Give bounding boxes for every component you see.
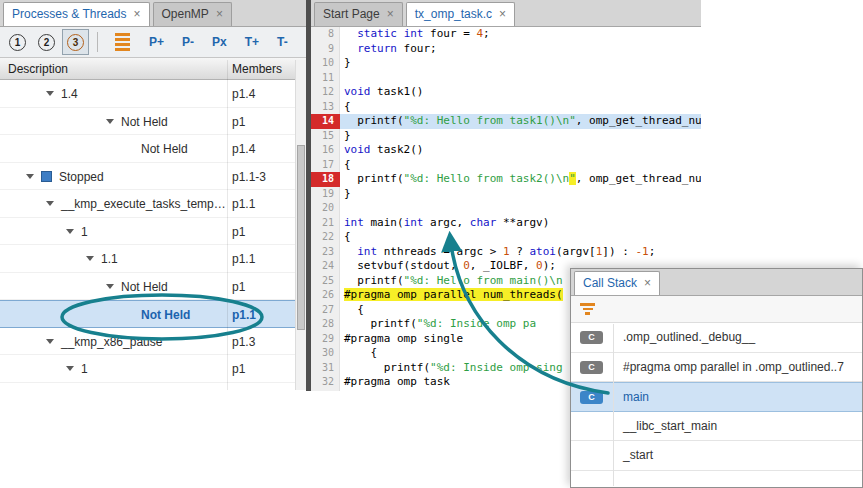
line-number[interactable]: 19 [311, 187, 340, 202]
tab-call-stack[interactable]: Call Stack × [574, 271, 660, 295]
line-number[interactable]: 26 [311, 288, 340, 303]
code-text[interactable]: { [340, 100, 701, 115]
call-stack-panel: Call Stack × C.omp_outlined._debug__C#pr… [570, 268, 863, 488]
call-stack-frame[interactable]: Cmain [571, 382, 862, 412]
column-description[interactable]: Description [8, 62, 68, 76]
process-row[interactable]: Not Heldp1.4 [0, 135, 306, 163]
process-row[interactable]: 1p1 [0, 355, 306, 383]
focus-group-2-button[interactable]: 2 [33, 29, 60, 55]
focus-group-1-button[interactable]: 1 [4, 29, 31, 55]
line-number[interactable]: 25 [311, 274, 340, 289]
process-row[interactable]: Not Heldp1.1 [0, 300, 306, 328]
process-row[interactable]: Not Heldp1 [0, 273, 306, 301]
filter-icon[interactable] [580, 303, 595, 315]
process-x-button[interactable]: Px [204, 31, 235, 53]
process-row[interactable]: Not Heldp1 [0, 108, 306, 136]
code-line-20: 20 [311, 201, 701, 216]
group-by-icon[interactable] [115, 33, 130, 51]
line-number[interactable]: 31 [311, 361, 340, 376]
frame-label: __libc_start_main [623, 419, 717, 433]
process-row[interactable]: 1p1 [0, 218, 306, 246]
close-icon[interactable]: × [216, 9, 223, 19]
focus-group-3-button[interactable]: 3 [62, 29, 89, 55]
code-text[interactable]: printf("%d: Hello from task2()\n", omp_g… [340, 172, 701, 187]
expand-arrow-icon[interactable] [46, 339, 54, 344]
code-text[interactable]: } [340, 56, 701, 71]
line-number[interactable]: 33 [311, 390, 340, 392]
tab-source-file[interactable]: tx_omp_task.c × [406, 2, 515, 26]
line-number[interactable]: 24 [311, 259, 340, 274]
line-number[interactable]: 12 [311, 85, 340, 100]
expand-arrow-icon[interactable] [106, 284, 114, 289]
process-description: __kmp_x86_pause [61, 335, 162, 349]
expand-arrow-icon[interactable] [66, 366, 74, 371]
line-number[interactable]: 21 [311, 216, 340, 231]
line-number[interactable]: 17 [311, 158, 340, 173]
process-row[interactable]: 1.4p1.4 [0, 80, 306, 108]
tab-openmp[interactable]: OpenMP × [153, 2, 232, 26]
process-description: 1.4 [61, 87, 78, 101]
close-icon[interactable]: × [499, 9, 506, 19]
process-row[interactable]: Stoppedp1.1-3 [0, 163, 306, 191]
code-text[interactable]: int main(int argc, char **argv) [340, 216, 701, 231]
expand-arrow-icon[interactable] [46, 91, 54, 96]
line-number[interactable]: 22 [311, 230, 340, 245]
code-text[interactable] [340, 201, 701, 216]
line-number[interactable]: 27 [311, 303, 340, 318]
expand-arrow-icon[interactable] [66, 229, 74, 234]
code-line-10: 10} [311, 56, 701, 71]
close-icon[interactable]: × [387, 9, 394, 19]
code-text[interactable]: return four; [340, 42, 701, 57]
code-text[interactable]: { [340, 158, 701, 173]
process-plus-button[interactable]: P+ [141, 31, 172, 53]
process-row[interactable]: __kmp_x86_pausep1.3 [0, 328, 306, 356]
code-text[interactable]: void task1() [340, 85, 701, 100]
process-row[interactable]: 1.1p1.1 [0, 245, 306, 273]
close-icon[interactable]: × [644, 278, 651, 288]
line-number[interactable]: 30 [311, 346, 340, 361]
line-number[interactable]: 13 [311, 100, 340, 115]
thread-minus-button[interactable]: T- [269, 31, 296, 53]
expand-arrow-icon[interactable] [26, 174, 34, 179]
process-row[interactable]: __kmp_execute_tasks_temp…p1.1 [0, 190, 306, 218]
tab-processes-threads[interactable]: Processes & Threads × [3, 2, 150, 26]
column-members[interactable]: Members [232, 62, 282, 76]
process-description: Not Held [121, 115, 168, 129]
line-number[interactable]: 10 [311, 56, 340, 71]
code-text[interactable]: { [340, 230, 701, 245]
call-stack-frame[interactable]: C#pragma omp parallel in .omp_outlined..… [571, 353, 862, 383]
expand-arrow-icon[interactable] [86, 256, 94, 261]
call-stack-frame[interactable]: __libc_start_main [571, 412, 862, 442]
line-number[interactable]: 20 [311, 201, 340, 216]
line-number[interactable]: 32 [311, 375, 340, 390]
breakpoint-line-number[interactable]: 14 [311, 114, 340, 129]
line-number[interactable]: 28 [311, 317, 340, 332]
code-text[interactable]: } [340, 187, 701, 202]
code-text[interactable]: printf("%d: Hello from task1()\n", omp_g… [340, 114, 701, 129]
tab-start-page[interactable]: Start Page × [314, 2, 403, 26]
code-text[interactable]: int nthreads = argc > 1 ? atoi(argv[1]) … [340, 245, 701, 260]
close-icon[interactable]: × [134, 9, 141, 19]
expand-arrow-icon[interactable] [106, 119, 114, 124]
line-number[interactable]: 8 [311, 27, 340, 42]
process-minus-button[interactable]: P- [174, 31, 202, 53]
line-number[interactable]: 9 [311, 42, 340, 57]
left-scrollbar[interactable] [295, 60, 306, 390]
line-number[interactable]: 16 [311, 143, 340, 158]
scrollbar-thumb[interactable] [297, 145, 305, 330]
left-tabbar: Processes & Threads × OpenMP × [0, 0, 306, 27]
line-number[interactable]: 11 [311, 71, 340, 86]
line-number[interactable]: 15 [311, 129, 340, 144]
thread-plus-button[interactable]: T+ [237, 31, 267, 53]
line-number[interactable]: 29 [311, 332, 340, 347]
line-number[interactable]: 23 [311, 245, 340, 260]
call-stack-frame[interactable]: C.omp_outlined._debug__ [571, 323, 862, 353]
code-text[interactable]: } [340, 129, 701, 144]
call-stack-frame[interactable]: _start [571, 441, 862, 471]
breakpoint-line-number[interactable]: 18 [311, 172, 340, 187]
code-text[interactable]: static int four = 4; [340, 27, 701, 42]
code-text[interactable] [340, 71, 701, 86]
expand-arrow-icon[interactable] [46, 201, 54, 206]
code-text[interactable]: void task2() [340, 143, 701, 158]
process-members: p1.4 [232, 142, 255, 156]
